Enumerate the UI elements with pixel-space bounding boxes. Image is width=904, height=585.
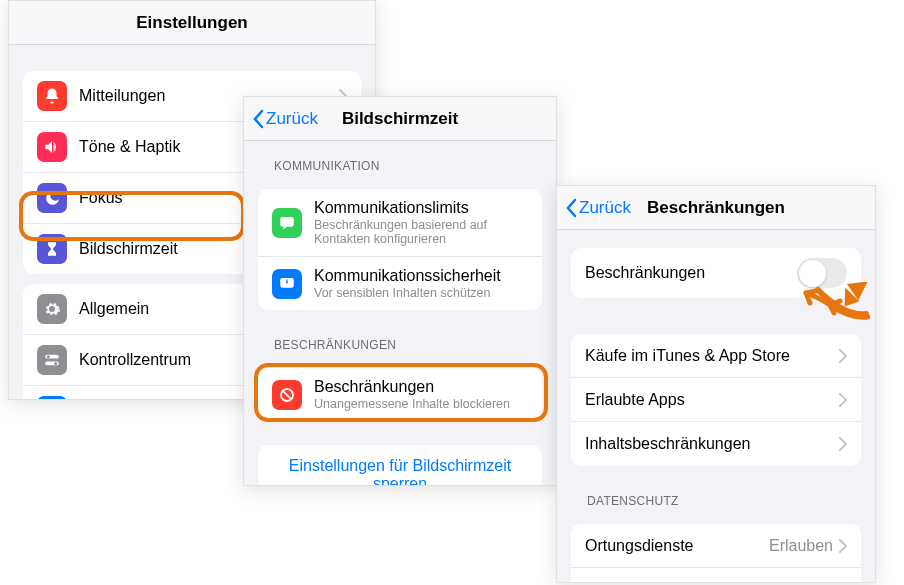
allowed-group: Käufe im iTunes & App Store Erlaubte App…	[571, 334, 861, 466]
section-communication: Kommunikation	[244, 141, 556, 179]
row-label: Kommunikationslimits	[314, 199, 528, 217]
screentime-panel: Zurück Bildschirmzeit Kommunikation Komm…	[243, 96, 557, 486]
row-sub: Vor sensiblen Inhalten schützen	[314, 286, 528, 300]
row-sub: Beschränkungen basierend auf Kontakten k…	[314, 218, 528, 246]
row-location[interactable]: Ortungsdienste Erlauben	[571, 524, 861, 568]
no-entry-icon	[272, 380, 302, 410]
svg-point-2	[47, 355, 50, 358]
row-detail: Erlauben	[769, 581, 833, 583]
svg-rect-7	[286, 279, 287, 281]
row-label: Inhaltsbeschränkungen	[585, 435, 839, 453]
text-size-icon	[37, 396, 67, 400]
chevron-right-icon	[839, 393, 847, 407]
gear-icon	[37, 294, 67, 324]
restrictions-panel: Zurück Beschränkungen Beschränkungen Käu…	[556, 185, 876, 583]
privacy-group: Ortungsdienste Erlauben Kontakte Erlaube…	[571, 524, 861, 583]
svg-rect-4	[280, 217, 294, 227]
nav-bar: Zurück Bildschirmzeit	[244, 97, 556, 141]
switches-icon	[37, 345, 67, 375]
row-restrictions[interactable]: Beschränkungen Unangemessene Inhalte blo…	[258, 368, 542, 421]
lock-group: Einstellungen für Bildschirmzeit sperren	[258, 445, 542, 486]
nav-bar: Einstellungen	[9, 1, 375, 45]
chevron-right-icon	[839, 349, 847, 363]
chat-alert-icon	[272, 269, 302, 299]
communication-group: Kommunikationslimits Beschränkungen basi…	[258, 189, 542, 310]
svg-point-3	[54, 362, 57, 365]
section-privacy: Datenschutz	[557, 476, 875, 514]
row-sub: Unangemessene Inhalte blockieren	[314, 397, 528, 411]
row-label: Ortungsdienste	[585, 537, 769, 555]
bell-icon	[37, 81, 67, 111]
svg-line-9	[283, 390, 291, 398]
row-comm-limits[interactable]: Kommunikationslimits Beschränkungen basi…	[258, 189, 542, 257]
row-label: Beschränkungen	[314, 378, 528, 396]
speaker-icon	[37, 132, 67, 162]
page-title: Beschränkungen	[647, 198, 785, 218]
svg-marker-10	[845, 282, 868, 301]
chevron-right-icon	[839, 539, 847, 553]
row-content-restrictions[interactable]: Inhaltsbeschränkungen	[571, 422, 861, 466]
section-restrictions: Beschränkungen	[244, 320, 556, 358]
row-label: Beschränkungen	[585, 264, 797, 282]
back-label: Zurück	[579, 198, 631, 218]
row-label: Kommunikationssicherheit	[314, 267, 528, 285]
svg-point-6	[286, 281, 288, 283]
back-label: Zurück	[266, 109, 318, 129]
restrictions-group: Beschränkungen Unangemessene Inhalte blo…	[258, 368, 542, 421]
page-title: Bildschirmzeit	[342, 109, 458, 129]
back-button[interactable]: Zurück	[252, 109, 318, 129]
row-contacts[interactable]: Kontakte Erlauben	[571, 568, 861, 583]
moon-icon	[37, 183, 67, 213]
row-detail: Erlauben	[769, 537, 833, 555]
person-bubble-icon	[272, 208, 302, 238]
chevron-right-icon	[839, 437, 847, 451]
page-title: Einstellungen	[136, 13, 247, 33]
row-comm-safety[interactable]: Kommunikationssicherheit Vor sensiblen I…	[258, 257, 542, 310]
nav-bar: Zurück Beschränkungen	[557, 186, 875, 230]
pointer-arrow-icon	[808, 282, 870, 320]
hourglass-icon	[37, 234, 67, 264]
row-label: Kontakte	[585, 581, 769, 583]
row-itunes-purchases[interactable]: Käufe im iTunes & App Store	[571, 334, 861, 378]
back-button[interactable]: Zurück	[565, 198, 631, 218]
lock-screentime-link[interactable]: Einstellungen für Bildschirmzeit sperren	[258, 445, 542, 486]
row-label: Erlaubte Apps	[585, 391, 839, 409]
row-label: Käufe im iTunes & App Store	[585, 347, 839, 365]
row-allowed-apps[interactable]: Erlaubte Apps	[571, 378, 861, 422]
